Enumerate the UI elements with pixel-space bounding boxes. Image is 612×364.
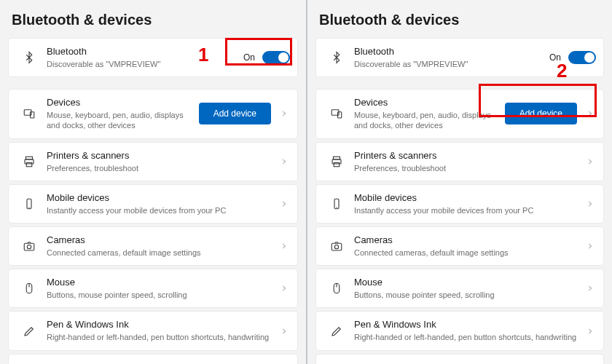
devices-sub: Mouse, keyboard, pen, audio, displays an…: [354, 110, 505, 131]
bluetooth-title: Bluetooth: [354, 46, 549, 58]
bluetooth-text: Bluetooth Discoverable as "VMPREVIEW": [354, 46, 549, 69]
printer-icon: [19, 155, 39, 168]
devices-text: Devices Mouse, keyboard, pen, audio, dis…: [47, 97, 199, 130]
chevron-right-icon: [584, 158, 596, 165]
item-sub: Right-handed or left-handed, pen button …: [47, 332, 278, 342]
item-sub: Buttons, mouse pointer speed, scrolling: [47, 290, 278, 300]
settings-pane-step-2: Bluetooth & devices Bluetooth Discoverab…: [306, 0, 612, 364]
settings-item-autoplay[interactable]: AutoPlayDefaults for removable drives an…: [316, 355, 603, 364]
settings-item-cameras[interactable]: CamerasConnected cameras, default image …: [9, 227, 297, 265]
item-title: AutoPlay: [354, 362, 584, 364]
item-sub: Preferences, troubleshoot: [354, 163, 584, 173]
settings-item-printers-scanners[interactable]: Printers & scannersPreferences, troubles…: [9, 143, 297, 181]
bluetooth-toggle[interactable]: [262, 51, 290, 64]
svg-rect-19: [332, 243, 342, 250]
settings-list: Printers & scannersPreferences, troubles…: [316, 143, 603, 364]
devices-text: Devices Mouse, keyboard, pen, audio, dis…: [354, 97, 505, 130]
item-title: Printers & scanners: [354, 150, 584, 162]
settings-item-mobile-devices[interactable]: Mobile devicesInstantly access your mobi…: [316, 185, 603, 223]
camera-icon: [326, 240, 347, 253]
item-title: Mobile devices: [47, 192, 278, 205]
item-sub: Instantly access your mobile devices fro…: [354, 205, 584, 215]
item-title: Pen & Windows Ink: [354, 319, 584, 331]
svg-rect-16: [334, 162, 340, 166]
item-sub: Preferences, troubleshoot: [47, 163, 278, 173]
add-device-button[interactable]: Add device: [199, 103, 271, 124]
phone-icon: [326, 197, 347, 210]
item-sub: Right-handed or left-handed, pen button …: [354, 332, 584, 342]
page-title: Bluetooth & devices: [319, 12, 600, 28]
settings-item-pen-windows-ink[interactable]: Pen & Windows InkRight-handed or left-ha…: [9, 312, 297, 349]
bluetooth-toggle[interactable]: [568, 51, 596, 64]
settings-item-pen-windows-ink[interactable]: Pen & Windows InkRight-handed or left-ha…: [316, 312, 603, 349]
chevron-right-icon: [584, 328, 596, 335]
bluetooth-sub: Discoverable as "VMPREVIEW": [47, 59, 243, 69]
settings-item-cameras[interactable]: CamerasConnected cameras, default image …: [316, 227, 603, 265]
bluetooth-icon: [326, 51, 347, 64]
settings-pane-step-1: Bluetooth & devices Bluetooth Discoverab…: [0, 0, 306, 364]
settings-list: Printers & scannersPreferences, troubles…: [9, 143, 297, 364]
item-title: Printers & scanners: [47, 150, 278, 162]
devices-icon: [19, 107, 39, 120]
phone-icon: [19, 197, 39, 210]
item-title: Cameras: [47, 234, 278, 247]
item-sub: Instantly access your mobile devices fro…: [47, 205, 278, 215]
item-sub: Connected cameras, default image setting…: [47, 248, 278, 258]
item-title: Mouse: [47, 277, 278, 289]
printer-icon: [326, 155, 347, 168]
svg-point-20: [334, 245, 338, 249]
devices-icon: [326, 107, 347, 120]
devices-sub: Mouse, keyboard, pen, audio, displays an…: [47, 110, 199, 131]
devices-title: Devices: [47, 97, 199, 109]
settings-item-mouse[interactable]: MouseButtons, mouse pointer speed, scrol…: [9, 269, 297, 307]
chevron-right-icon: [278, 158, 290, 165]
bluetooth-row[interactable]: Bluetooth Discoverable as "VMPREVIEW" On: [9, 39, 297, 76]
chevron-right-icon: [278, 285, 290, 292]
item-title: Mouse: [354, 277, 584, 289]
settings-item-printers-scanners[interactable]: Printers & scannersPreferences, troubles…: [316, 143, 603, 181]
svg-point-8: [27, 245, 31, 249]
chevron-right-icon: [584, 242, 596, 250]
add-device-button[interactable]: Add device: [505, 103, 577, 124]
camera-icon: [19, 240, 39, 253]
bluetooth-sub: Discoverable as "VMPREVIEW": [354, 59, 549, 69]
bluetooth-title: Bluetooth: [47, 46, 243, 58]
settings-item-autoplay[interactable]: AutoPlayDefaults for removable drives an…: [9, 355, 297, 364]
svg-rect-7: [24, 243, 34, 250]
item-title: AutoPlay: [47, 362, 278, 364]
bluetooth-icon: [19, 51, 39, 64]
pen-icon: [19, 325, 39, 338]
chevron-right-icon: [278, 242, 290, 250]
item-sub: Connected cameras, default image setting…: [354, 248, 584, 258]
chevron-right-icon: [278, 200, 290, 207]
item-title: Mobile devices: [354, 192, 584, 205]
chevron-right-icon: [278, 328, 290, 335]
bluetooth-toggle-label: On: [549, 52, 561, 63]
settings-item-mouse[interactable]: MouseButtons, mouse pointer speed, scrol…: [316, 269, 603, 307]
item-title: Pen & Windows Ink: [47, 319, 278, 331]
mouse-icon: [19, 282, 39, 295]
devices-row[interactable]: Devices Mouse, keyboard, pen, audio, dis…: [9, 90, 297, 138]
svg-rect-4: [26, 162, 32, 166]
item-sub: Buttons, mouse pointer speed, scrolling: [354, 290, 584, 300]
chevron-right-icon: [584, 285, 596, 292]
devices-row[interactable]: Devices Mouse, keyboard, pen, audio, dis…: [316, 90, 603, 138]
chevron-right-icon: [584, 200, 596, 207]
page-title: Bluetooth & devices: [12, 12, 294, 28]
mouse-icon: [326, 282, 347, 295]
pen-icon: [326, 325, 347, 338]
bluetooth-row[interactable]: Bluetooth Discoverable as "VMPREVIEW" On: [316, 39, 603, 76]
chevron-right-icon: [584, 110, 596, 117]
bluetooth-toggle-label: On: [243, 52, 255, 63]
settings-item-mobile-devices[interactable]: Mobile devicesInstantly access your mobi…: [9, 185, 297, 223]
bluetooth-text: Bluetooth Discoverable as "VMPREVIEW": [47, 46, 243, 69]
item-title: Cameras: [354, 234, 584, 247]
chevron-right-icon: [278, 110, 290, 117]
devices-title: Devices: [354, 97, 505, 109]
